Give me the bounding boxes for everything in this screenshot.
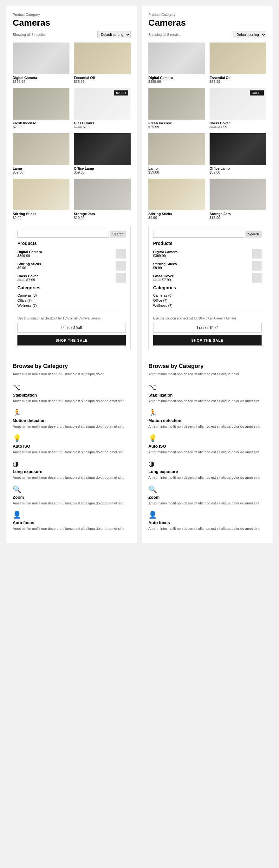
left-showing-results: Showing all 8 results xyxy=(13,33,45,36)
product-name-p4: Glass Cover xyxy=(74,121,131,125)
browse-category-desc-4: Amet minim mollit non deserunt ullamco e… xyxy=(13,501,131,506)
product-image-r6 xyxy=(210,133,266,165)
product-card-p8[interactable]: Storage Jars$19.99 xyxy=(74,179,131,220)
product-name-p6: Office Lamp xyxy=(74,166,131,170)
right-shop-sale-button[interactable]: SHOP THE SALE xyxy=(153,335,261,345)
browse-category-desc-4: Amet minim mollit non deserunt ullamco e… xyxy=(148,501,266,506)
left-search-button[interactable]: Search xyxy=(110,230,126,238)
right-coupon-code: Lenses15off xyxy=(153,323,261,333)
left-search-input[interactable] xyxy=(18,230,108,238)
browse-category-name-4: Zoom xyxy=(148,495,266,500)
product-card-p1[interactable]: Digital Camera$399.99 xyxy=(13,42,69,84)
browse-category-5: 👤Auto focusAmet minim mollit non deserun… xyxy=(148,511,266,531)
product-list-info-0: Digital Camera$399.99 xyxy=(153,250,178,258)
pli-price-1: $9.99 xyxy=(153,266,177,270)
product-name-p3: Fresh Incense xyxy=(13,121,69,125)
product-name-r1: Digital Camera xyxy=(148,76,205,80)
right-browse-section: Browse by Category Amet minim mollit non… xyxy=(148,356,266,531)
product-card-p5[interactable]: Lamp$59.00 xyxy=(13,133,69,174)
product-card-p6[interactable]: Office Lamp$59.00 xyxy=(74,133,131,174)
browse-category-desc-5: Amet minim mollit non deserunt ullamco e… xyxy=(148,526,266,531)
product-list-item-1[interactable]: Stirring Sticks$9.99 xyxy=(18,261,126,271)
product-name-r3: Fresh Incense xyxy=(148,121,205,125)
product-price-r5: $59.00 xyxy=(148,170,205,174)
product-price-r4: $9.99 $7.99 xyxy=(210,125,266,129)
product-list-item-2[interactable]: Glass Cover$9.99 $7.99 xyxy=(153,273,261,283)
product-price-r3: $29.99 xyxy=(148,125,205,129)
left-shop-sale-button[interactable]: SHOP THE SALE xyxy=(18,335,126,345)
browse-category-name-2: Auto ISO xyxy=(13,444,131,448)
product-list-item-2[interactable]: Glass Cover$9.99 $7.99 xyxy=(18,273,126,283)
right-search-form: Search xyxy=(153,230,261,238)
right-product-grid: Digital Camera$399.99Essential Oil$35.99… xyxy=(148,42,266,220)
pli-thumb-0 xyxy=(252,249,261,258)
product-card-r5[interactable]: Lamp$59.00 xyxy=(148,133,205,174)
browse-category-name-5: Auto focus xyxy=(13,520,131,525)
product-list-info-0: Digital Camera$399.99 xyxy=(18,250,42,258)
browse-category-3: ◑Long exposureAmet minim mollit non dese… xyxy=(148,460,266,480)
left-coupon-link[interactable]: Camera Lenses xyxy=(78,317,101,320)
product-card-p7[interactable]: Stirring Sticks$9.99 xyxy=(13,179,69,220)
browse-category-desc-5: Amet minim mollit non deserunt ullamco e… xyxy=(13,526,131,531)
product-image-r3 xyxy=(148,88,205,120)
product-list-item-1[interactable]: Stirring Sticks$9.99 xyxy=(153,261,261,271)
product-card-p2[interactable]: Essential Oil$35.99 xyxy=(74,42,131,84)
product-price-p7: $9.99 xyxy=(13,216,69,220)
product-card-r8[interactable]: Storage Jars$15.99 xyxy=(210,179,266,220)
right-sort-select[interactable]: Default sorting xyxy=(233,31,266,38)
pli-name-1: Stirring Sticks xyxy=(18,262,41,266)
browse-category-4: 🔍ZoomAmet minim mollit non deserunt ulla… xyxy=(148,486,266,506)
product-card-r1[interactable]: Digital Camera$399.99 xyxy=(148,42,205,84)
product-card-p3[interactable]: Fresh Incense$29.99 xyxy=(13,88,69,129)
product-card-r6[interactable]: Office Lamp$59.00 xyxy=(210,133,266,174)
category-item-1[interactable]: Office (7) xyxy=(18,299,126,302)
browse-category-1: 🏃Motion detectionAmet minim mollit non d… xyxy=(148,409,266,429)
pli-thumb-1 xyxy=(116,261,126,271)
product-list-item-0[interactable]: Digital Camera$399.99 xyxy=(153,249,261,258)
product-card-r4[interactable]: SALE!Glass Cover$9.99 $7.99 xyxy=(210,88,266,129)
product-list-item-0[interactable]: Digital Camera$399.99 xyxy=(18,249,126,258)
right-coupon-link[interactable]: Camera Lenses xyxy=(214,317,237,320)
product-name-r2: Essential Oil xyxy=(210,76,266,80)
left-sort-select[interactable]: Default sorting xyxy=(97,31,131,38)
product-list-info-1: Stirring Sticks$9.99 xyxy=(153,262,177,270)
product-price-r8: $15.99 xyxy=(210,216,266,220)
pli-thumb-2 xyxy=(116,273,126,283)
product-price-r7: $9.99 xyxy=(148,216,205,220)
right-page-title: Cameras xyxy=(148,18,266,28)
product-list-info-2: Glass Cover$9.99 $7.99 xyxy=(153,274,173,282)
right-results-bar: Showing all 8 results Default sorting xyxy=(148,31,266,38)
product-card-r7[interactable]: Stirring Sticks$9.99 xyxy=(148,179,205,220)
browse-category-icon-5: 👤 xyxy=(148,511,266,519)
product-price-p6: $59.00 xyxy=(74,170,131,174)
category-item-2[interactable]: Wellness (7) xyxy=(153,304,261,307)
right-search-button[interactable]: Search xyxy=(245,230,261,238)
product-card-r2[interactable]: Essential Oil$35.99 xyxy=(210,42,266,84)
product-name-r7: Stirring Sticks xyxy=(148,212,205,216)
left-browse-title: Browse by Category xyxy=(13,363,131,370)
product-price-p8: $19.99 xyxy=(74,216,131,220)
pli-thumb-2 xyxy=(252,273,261,283)
left-widget: Search Products Digital Camera$399.99Sti… xyxy=(13,226,131,350)
product-image-p8 xyxy=(74,179,131,210)
browse-category-desc-3: Amet minim mollit non deserunt ullamco e… xyxy=(148,475,266,480)
category-item-2[interactable]: Wellness (7) xyxy=(18,304,126,307)
browse-category-desc-0: Amet minim mollit non deserunt ullamco e… xyxy=(148,399,266,404)
product-card-r3[interactable]: Fresh Incense$29.99 xyxy=(148,88,205,129)
left-page-title: Cameras xyxy=(13,18,131,28)
category-item-1[interactable]: Office (7) xyxy=(153,299,261,302)
pli-name-1: Stirring Sticks xyxy=(153,262,177,266)
pli-price-0: $399.99 xyxy=(18,254,42,258)
browse-category-name-0: Stabilization xyxy=(13,393,131,398)
product-price-r1: $399.99 xyxy=(148,80,205,84)
category-item-0[interactable]: Cameras (8) xyxy=(153,293,261,297)
right-showing-results: Showing all 8 results xyxy=(148,33,180,36)
product-image-p7 xyxy=(13,179,69,210)
product-name-r6: Office Lamp xyxy=(210,166,266,170)
browse-category-4: 🔍ZoomAmet minim mollit non deserunt ulla… xyxy=(13,486,131,506)
product-name-p2: Essential Oil xyxy=(74,76,131,80)
browse-category-icon-4: 🔍 xyxy=(148,486,266,494)
right-search-input[interactable] xyxy=(153,230,244,238)
category-item-0[interactable]: Cameras (8) xyxy=(18,293,126,297)
product-card-p4[interactable]: SALE!Glass Cover$9.99 $1.99 xyxy=(74,88,131,129)
